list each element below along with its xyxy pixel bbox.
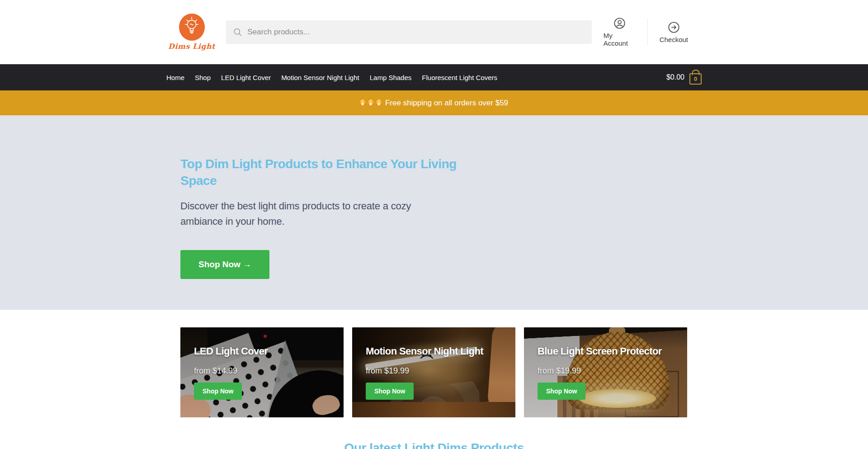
nav-item-led-light-cover[interactable]: LED Light Cover — [221, 74, 271, 81]
card-title: LED Light Cover — [194, 345, 344, 357]
card-motion-sensor-night-light[interactable]: Motion Sensor Night Light from $19.99 Sh… — [352, 327, 515, 417]
checkout-link[interactable]: Checkout — [648, 21, 700, 43]
card-title: Blue Light Screen Protector — [538, 345, 687, 357]
flame-icon — [368, 99, 373, 106]
checkout-label: Checkout — [660, 36, 688, 43]
hero-section: Top Dim Light Products to Enhance Your L… — [0, 115, 868, 310]
card-blue-light-screen-protector[interactable]: Blue Light Screen Protector from $19.99 … — [524, 327, 687, 417]
flame-icon — [360, 99, 365, 106]
nav-item-lamp-shades[interactable]: Lamp Shades — [370, 74, 412, 81]
hero-title: Top Dim Light Products to Enhance Your L… — [180, 156, 461, 189]
my-account-label: My Account — [604, 32, 636, 47]
latest-products-heading: Our latest Light Dims Products — [0, 441, 868, 449]
nav-item-shop[interactable]: Shop — [195, 74, 211, 81]
search-bar[interactable] — [226, 20, 592, 44]
card-shop-now-button[interactable]: Shop Now — [194, 383, 242, 400]
nav-item-fluorescent-light-covers[interactable]: Fluorescent Light Covers — [422, 74, 497, 81]
card-shop-now-button[interactable]: Shop Now — [538, 383, 585, 400]
hero-shop-now-button[interactable]: Shop Now → — [180, 250, 269, 279]
site-header: Dims Light My Account — [0, 0, 868, 64]
card-price: from $14.99 — [194, 366, 344, 376]
search-input[interactable] — [247, 28, 584, 37]
hero-subtitle: Discover the best light dims products to… — [180, 199, 452, 229]
site-logo[interactable]: Dims Light — [168, 14, 215, 51]
nav-item-home[interactable]: Home — [166, 74, 184, 81]
my-account-link[interactable]: My Account — [592, 17, 647, 47]
cart-bag-icon: 0 — [689, 73, 702, 85]
lightbulb-icon — [179, 14, 205, 41]
promo-banner: Free shipping on all orders over $59 — [0, 90, 868, 115]
featured-cards-row: LED Light Cover from $14.99 Shop Now Mot… — [180, 327, 688, 417]
account-icon — [613, 17, 626, 29]
checkout-arrow-icon — [668, 21, 680, 33]
search-icon — [233, 28, 242, 37]
cart-count-badge: 0 — [694, 76, 697, 82]
promo-banner-text: Free shipping on all orders over $59 — [385, 99, 508, 108]
cart-total: $0.00 — [666, 73, 684, 81]
card-title: Motion Sensor Night Light — [366, 345, 515, 357]
card-shop-now-button[interactable]: Shop Now — [366, 383, 414, 400]
nav-item-motion-sensor-night-light[interactable]: Motion Sensor Night Light — [281, 74, 359, 81]
brand-name: Dims Light — [168, 42, 215, 51]
main-nav: Home Shop LED Light Cover Motion Sensor … — [0, 64, 868, 90]
card-price: from $19.99 — [538, 366, 687, 376]
cart-widget[interactable]: $0.00 0 — [666, 70, 702, 85]
card-price: from $19.99 — [366, 366, 515, 376]
flame-icon — [376, 99, 382, 106]
card-led-light-cover[interactable]: LED Light Cover from $14.99 Shop Now — [180, 327, 344, 417]
